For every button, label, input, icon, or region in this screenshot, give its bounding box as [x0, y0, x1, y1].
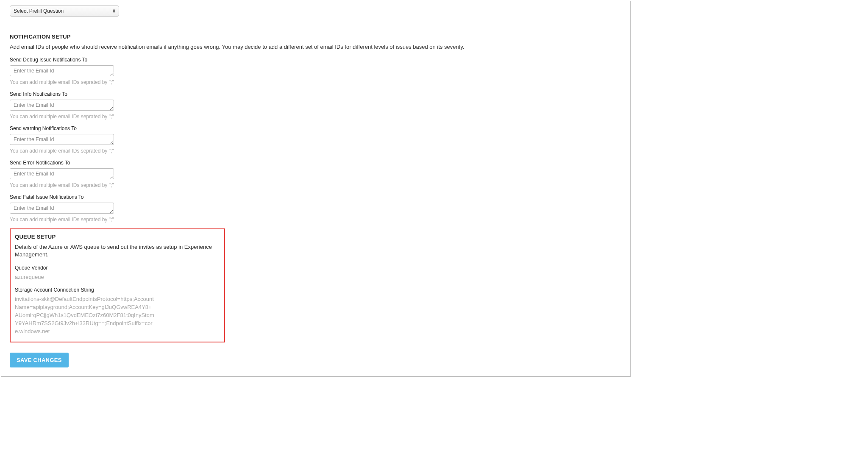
- prefill-question-select-wrap: Select Prefill Question ▲▼: [10, 6, 119, 17]
- notification-setup-description: Add email IDs of people who should recei…: [10, 43, 621, 51]
- debug-notification-help: You can add multiple email IDs seprated …: [10, 79, 621, 85]
- error-notification-label: Send Error Notifications To: [10, 160, 621, 166]
- debug-notification-group: Send Debug Issue Notifications To You ca…: [10, 57, 621, 85]
- save-changes-button[interactable]: SAVE CHANGES: [10, 353, 69, 367]
- warning-notification-input[interactable]: [10, 134, 114, 145]
- debug-notification-label: Send Debug Issue Notifications To: [10, 57, 621, 63]
- fatal-notification-help: You can add multiple email IDs seprated …: [10, 217, 621, 223]
- error-notification-help: You can add multiple email IDs seprated …: [10, 182, 621, 188]
- fatal-notification-group: Send Fatal Issue Notifications To You ca…: [10, 194, 621, 223]
- info-notification-label: Send Info Notifications To: [10, 91, 621, 97]
- storage-conn-label: Storage Account Connection String: [15, 287, 220, 293]
- queue-vendor-label: Queue Vendor: [15, 265, 220, 271]
- queue-setup-highlight: QUEUE SETUP Details of the Azure or AWS …: [10, 228, 225, 342]
- warning-notification-group: Send warning Notifications To You can ad…: [10, 125, 621, 154]
- fatal-notification-input[interactable]: [10, 203, 114, 214]
- error-notification-input[interactable]: [10, 168, 114, 179]
- queue-setup-heading: QUEUE SETUP: [15, 234, 220, 240]
- settings-panel: Select Prefill Question ▲▼ NOTIFICATION …: [1, 1, 631, 377]
- debug-notification-input[interactable]: [10, 65, 114, 76]
- warning-notification-label: Send warning Notifications To: [10, 125, 621, 131]
- notification-setup-heading: NOTIFICATION SETUP: [10, 33, 621, 40]
- storage-conn-value: invitations-skk@DefaultEndpointsProtocol…: [15, 295, 155, 335]
- error-notification-group: Send Error Notifications To You can add …: [10, 160, 621, 188]
- info-notification-input[interactable]: [10, 100, 114, 111]
- fatal-notification-label: Send Fatal Issue Notifications To: [10, 194, 621, 200]
- info-notification-group: Send Info Notifications To You can add m…: [10, 91, 621, 120]
- prefill-question-select[interactable]: Select Prefill Question: [10, 6, 119, 17]
- queue-vendor-value: azurequeue: [15, 273, 155, 281]
- warning-notification-help: You can add multiple email IDs seprated …: [10, 148, 621, 154]
- queue-setup-description: Details of the Azure or AWS queue to sen…: [15, 243, 220, 259]
- info-notification-help: You can add multiple email IDs seprated …: [10, 114, 621, 120]
